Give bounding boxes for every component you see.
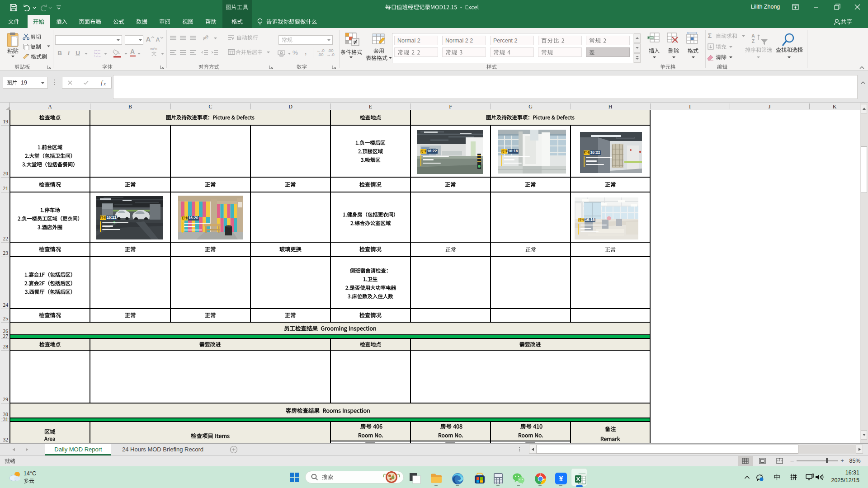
- svg-text:¥: ¥: [559, 474, 563, 483]
